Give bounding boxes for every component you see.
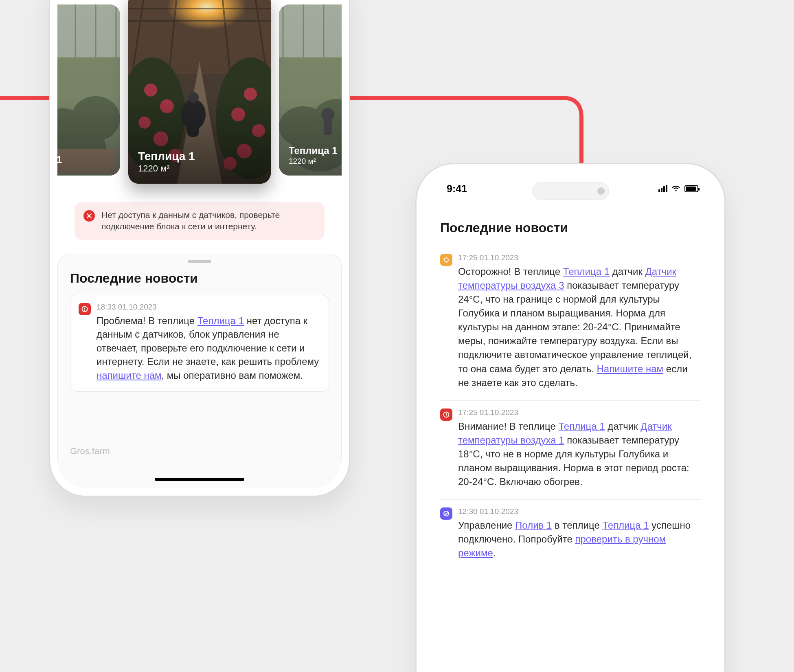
news-list: 17:25 01.10.2023Осторожно! В теплице Теп… xyxy=(440,246,701,571)
sheet-drag-handle[interactable] xyxy=(188,260,211,263)
cellular-icon xyxy=(658,185,667,192)
news-heading: Последние новости xyxy=(440,220,701,235)
svg-point-47 xyxy=(444,258,448,262)
contact-link[interactable]: напишите нам xyxy=(97,370,162,381)
news-item[interactable]: 18:33 01.10.2023 Проблема! В теплице Теп… xyxy=(70,295,329,392)
error-alert: Нет доступа к данным с датчиков, проверь… xyxy=(75,202,325,240)
card-label: 1 xyxy=(57,154,113,166)
svg-point-55 xyxy=(444,511,449,516)
dynamic-island xyxy=(532,182,609,200)
inline-link[interactable]: Теплица 1 xyxy=(559,421,605,432)
news-timestamp: 12:30 01.10.2023 xyxy=(458,507,701,516)
alert-text: Нет доступа к данным с датчиков, проверь… xyxy=(101,209,316,233)
home-indicator[interactable] xyxy=(155,478,244,481)
news-timestamp: 17:25 01.10.2023 xyxy=(458,408,701,417)
news-heading: Последние новости xyxy=(70,271,329,286)
status-time: 9:41 xyxy=(447,183,467,195)
card-label: Теплица 1 1220 м² xyxy=(289,145,342,166)
inline-link[interactable]: Теплица 1 xyxy=(602,520,649,531)
card-label: Теплица 1 1220 м² xyxy=(138,149,263,174)
svg-rect-54 xyxy=(446,415,447,416)
phone-right-screen: 9:41 Последние новости 17:25 01.10.2023О… xyxy=(424,171,717,668)
card-title: Теплица 1 xyxy=(289,145,342,157)
camera-dot xyxy=(597,187,605,195)
alert-warning-icon xyxy=(440,254,452,266)
card-title: Теплица 1 xyxy=(138,149,263,163)
news-item[interactable]: 17:25 01.10.2023Осторожно! В теплице Теп… xyxy=(440,246,701,401)
news-item[interactable]: 17:25 01.10.2023Внимание! В теплице Тепл… xyxy=(440,401,701,500)
card-title: 1 xyxy=(57,154,113,166)
inline-link[interactable]: Полив 1 xyxy=(515,520,552,531)
svg-rect-53 xyxy=(446,413,447,415)
greenhouse-link[interactable]: Теплица 1 xyxy=(197,315,244,326)
brand-label: Gros.farm xyxy=(70,446,110,457)
news-item[interactable]: 12:30 01.10.2023Управление Полив 1 в теп… xyxy=(440,500,701,571)
news-text: Внимание! В теплице Теплица 1 датчик Дат… xyxy=(458,419,701,489)
phone-left-screen: 1 xyxy=(57,0,342,488)
news-text: Проблема! В теплице Теплица 1 нет доступ… xyxy=(97,314,320,382)
phone-mock-left: 1 xyxy=(49,0,350,497)
news-sheet: Последние новости 18:33 01.10.2023 Пробл… xyxy=(57,254,342,488)
error-icon xyxy=(83,210,95,222)
inline-link[interactable]: Напишите нам xyxy=(597,363,664,374)
news-timestamp: 17:25 01.10.2023 xyxy=(458,253,701,262)
svg-rect-45 xyxy=(84,307,85,310)
phone-mock-right: 9:41 Последние новости 17:25 01.10.2023О… xyxy=(415,163,726,672)
news-timestamp: 18:33 01.10.2023 xyxy=(97,303,320,312)
svg-rect-46 xyxy=(84,310,85,311)
greenhouse-card-next[interactable]: Теплица 1 1220 м² xyxy=(279,4,342,176)
news-text: Осторожно! В теплице Теплица 1 датчик Да… xyxy=(458,265,701,390)
inline-link[interactable]: Теплица 1 xyxy=(563,266,610,277)
news-text: Управление Полив 1 в теплице Теплица 1 у… xyxy=(458,518,701,560)
greenhouse-carousel[interactable]: 1 xyxy=(57,0,342,194)
alert-critical-icon xyxy=(79,303,91,315)
greenhouse-card-active[interactable]: Теплица 1 1220 м² xyxy=(128,0,271,184)
success-icon xyxy=(440,507,452,520)
alert-critical-icon xyxy=(440,408,452,421)
card-subtitle: 1220 м² xyxy=(289,157,342,166)
battery-icon xyxy=(684,185,698,192)
greenhouse-card-prev[interactable]: 1 xyxy=(57,4,120,176)
card-subtitle: 1220 м² xyxy=(138,163,263,174)
wifi-icon xyxy=(671,185,680,192)
